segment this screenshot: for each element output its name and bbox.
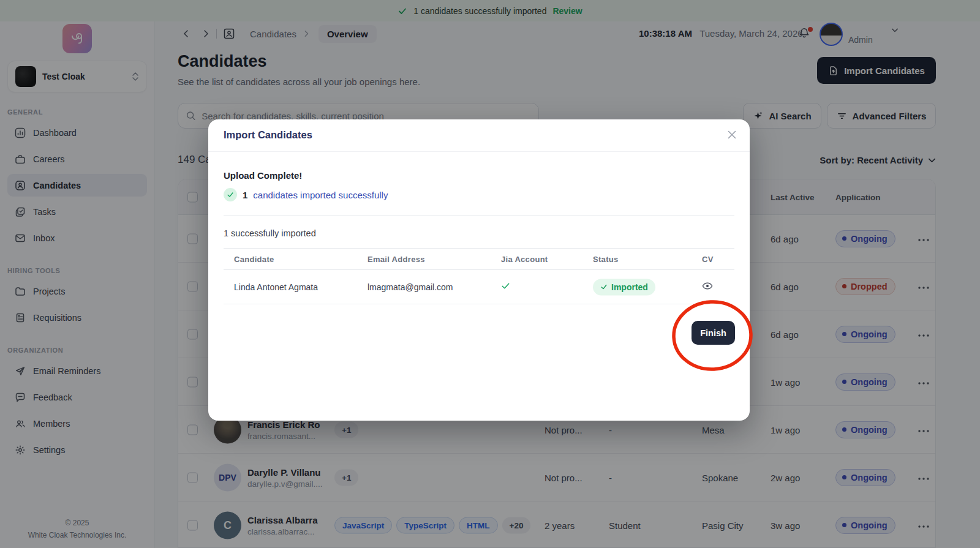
imported-candidate-row: Linda Antonet Agmata lmagmata@gmail.com … bbox=[224, 270, 734, 304]
imported-candidate-email: lmagmata@gmail.com bbox=[368, 282, 453, 292]
finish-button[interactable]: Finish bbox=[692, 321, 735, 345]
imported-candidates-table: Candidate Email Address Jia Account Stat… bbox=[224, 248, 734, 304]
modal-divider bbox=[224, 215, 734, 216]
close-icon[interactable] bbox=[726, 129, 737, 140]
success-text: candidates imported successfully bbox=[253, 190, 388, 200]
imported-summary: 1 successfully imported bbox=[224, 228, 316, 238]
header-email-address: Email Address bbox=[368, 255, 425, 264]
header-cv: CV bbox=[702, 255, 714, 264]
application-window: 1 candidates successfully imported Revie… bbox=[0, 0, 980, 548]
check-icon bbox=[600, 283, 608, 291]
imported-status-label: Imported bbox=[611, 282, 648, 292]
jia-account-check-icon bbox=[501, 281, 510, 293]
modal-title: Import Candidates bbox=[224, 129, 312, 141]
success-check-icon bbox=[224, 188, 237, 201]
header-jia-account: Jia Account bbox=[501, 255, 548, 264]
modal-table-header: Candidate Email Address Jia Account Stat… bbox=[224, 248, 734, 270]
upload-complete-heading: Upload Complete! bbox=[224, 170, 302, 181]
success-count: 1 bbox=[243, 190, 247, 200]
imported-status-badge: Imported bbox=[593, 279, 655, 295]
header-status: Status bbox=[593, 255, 619, 264]
import-success-line: 1 candidates imported successfully bbox=[224, 188, 388, 201]
import-candidates-modal: Import Candidates Upload Complete! 1 can… bbox=[208, 119, 750, 421]
view-cv-icon[interactable] bbox=[702, 282, 713, 293]
modal-header-divider bbox=[208, 151, 750, 152]
imported-candidate-name: Linda Antonet Agmata bbox=[234, 282, 318, 292]
header-candidate: Candidate bbox=[234, 255, 274, 264]
